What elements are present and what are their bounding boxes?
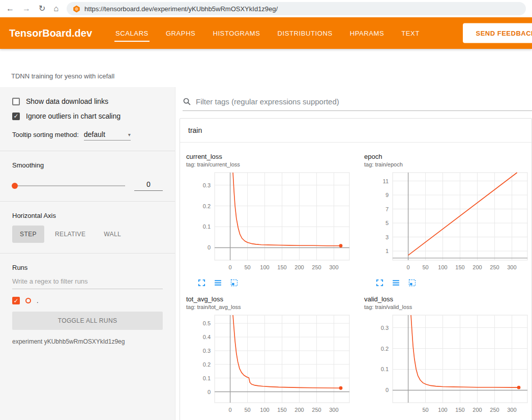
chart-plot[interactable]: 05010015020025030000.10.20.3	[186, 171, 354, 275]
svg-text:250: 250	[490, 264, 499, 270]
svg-text:150: 150	[277, 264, 286, 270]
svg-text:0.4: 0.4	[203, 334, 211, 340]
home-icon[interactable]: ⌂	[53, 5, 58, 13]
svg-text:50: 50	[422, 407, 428, 413]
chart-current-loss: current_loss tag: train/current_loss 050…	[183, 153, 357, 287]
reload-icon[interactable]: ↻	[39, 5, 45, 13]
svg-text:50: 50	[244, 407, 250, 413]
svg-text:100: 100	[260, 407, 269, 413]
tab-scalars[interactable]: SCALARS	[114, 25, 150, 42]
svg-text:5: 5	[386, 220, 389, 226]
tensorboard-favicon	[73, 5, 80, 13]
chart-title: epoch	[364, 153, 532, 160]
expand-icon[interactable]	[375, 278, 384, 287]
axis-wall-button[interactable]: WALL	[96, 226, 129, 243]
back-icon[interactable]: ←	[6, 5, 14, 13]
svg-text:7: 7	[386, 206, 389, 212]
svg-text:0.2: 0.2	[203, 203, 211, 209]
smoothing-row: 0	[12, 180, 163, 191]
show-download-links-checkbox[interactable]: Show data download links	[12, 97, 163, 105]
svg-text:0.3: 0.3	[203, 182, 211, 188]
svg-text:200: 200	[294, 407, 304, 413]
address-bar[interactable]: https://tensorboard.dev/experiment/yKUbh…	[67, 2, 526, 15]
svg-text:1: 1	[386, 248, 389, 254]
svg-text:200: 200	[294, 264, 304, 270]
tab-graphs[interactable]: GRAPHS	[165, 25, 197, 42]
chart-plot[interactable]: 5010015020025030000.10.20.3	[364, 313, 532, 418]
run-checkbox[interactable]: ✓	[12, 297, 20, 304]
tag-group-title[interactable]: train	[180, 119, 531, 143]
forward-icon[interactable]: →	[22, 5, 31, 13]
tab-text[interactable]: TEXT	[400, 25, 421, 42]
chart-plot[interactable]: 0501001502002503001357911	[364, 171, 532, 275]
svg-text:50: 50	[244, 264, 250, 270]
browser-chrome: ← → ↻ ⌂ https://tensorboard.dev/experime…	[0, 0, 532, 17]
svg-text:100: 100	[260, 264, 269, 270]
svg-text:0.1: 0.1	[203, 223, 211, 230]
tooltip-sorting-value: default	[84, 130, 105, 138]
svg-text:0.1: 0.1	[203, 375, 211, 381]
tab-distributions[interactable]: DISTRIBUTIONS	[277, 25, 334, 42]
svg-text:150: 150	[455, 407, 464, 413]
axis-step-button[interactable]: STEP	[12, 226, 44, 243]
filter-placeholder-text: Filter tags (regular expressions support…	[196, 97, 339, 106]
search-icon	[183, 97, 191, 106]
smoothing-slider[interactable]	[12, 185, 125, 186]
chart-tot-avg-loss: tot_avg_loss tag: train/tot_avg_loss 050…	[183, 295, 357, 420]
smoothing-value[interactable]: 0	[134, 180, 163, 191]
experiment-description: TDNN training for yesno with icefall	[11, 72, 114, 80]
axis-relative-button[interactable]: RELATIVE	[47, 226, 93, 243]
svg-text:0.2: 0.2	[203, 361, 211, 368]
checkbox-checked-icon: ✓	[12, 113, 20, 120]
svg-text:300: 300	[329, 407, 338, 413]
svg-text:0: 0	[208, 244, 211, 250]
fit-domain-icon[interactable]	[408, 278, 417, 287]
experiment-description-bar: TDNN training for yesno with icefall	[0, 49, 532, 87]
expand-icon[interactable]	[197, 278, 206, 287]
chart-toolbar	[186, 278, 354, 287]
tooltip-sorting-row: Tooltip sorting method: default ▾	[12, 130, 163, 141]
scalars-main-panel: Filter tags (regular expressions support…	[175, 87, 532, 420]
tooltip-sorting-select[interactable]: default ▾	[84, 130, 131, 141]
svg-text:300: 300	[507, 264, 516, 270]
svg-text:50: 50	[422, 264, 428, 270]
charts-grid: current_loss tag: train/current_loss 050…	[180, 143, 531, 420]
filter-tags-input[interactable]: Filter tags (regular expressions support…	[183, 97, 532, 111]
fit-domain-icon[interactable]	[230, 278, 239, 287]
svg-text:250: 250	[312, 407, 321, 413]
tab-hparams[interactable]: HPARAMS	[349, 25, 386, 42]
svg-text:0: 0	[386, 387, 389, 393]
tab-histograms[interactable]: HISTOGRAMS	[212, 25, 261, 42]
svg-text:0: 0	[208, 389, 211, 395]
svg-text:100: 100	[438, 407, 447, 413]
app-logo[interactable]: TensorBoard.dev	[9, 27, 92, 39]
svg-text:0.3: 0.3	[381, 325, 389, 331]
svg-text:0.5: 0.5	[203, 320, 211, 326]
data-table-icon[interactable]	[392, 278, 400, 287]
url-text: https://tensorboard.dev/experiment/yKUbh…	[84, 5, 278, 13]
runs-label: Runs	[12, 264, 163, 271]
svg-text:0.2: 0.2	[381, 346, 389, 352]
chart-plot[interactable]: 05010015020025030000.10.20.30.40.5	[186, 313, 354, 418]
run-label: .	[37, 297, 39, 304]
svg-text:0.3: 0.3	[203, 348, 211, 354]
toggle-all-runs-button[interactable]: TOGGLE ALL RUNS	[12, 312, 163, 330]
slider-thumb[interactable]	[12, 183, 18, 189]
nav-tabs: SCALARS GRAPHS HISTOGRAMS DISTRIBUTIONS …	[114, 17, 421, 49]
runs-filter-input[interactable]: Write a regex to filter runs	[12, 277, 163, 289]
horizontal-axis-label: Horizontal Axis	[12, 212, 163, 219]
chart-tag: tag: train/valid_loss	[364, 304, 532, 310]
checkbox-label: Ignore outliers in chart scaling	[26, 112, 121, 120]
tag-group-card: train current_loss tag: train/current_lo…	[180, 118, 532, 420]
smoothing-label: Smoothing	[12, 161, 163, 169]
chart-tag: tag: train/tot_avg_loss	[186, 304, 354, 310]
send-feedback-button[interactable]: SEND FEEDBACK	[463, 23, 532, 43]
ignore-outliers-checkbox[interactable]: ✓ Ignore outliers in chart scaling	[12, 112, 163, 120]
svg-text:0: 0	[229, 407, 232, 413]
run-color-swatch[interactable]	[25, 298, 31, 303]
svg-text:200: 200	[472, 407, 482, 413]
svg-text:300: 300	[329, 264, 338, 270]
svg-text:3: 3	[386, 234, 389, 240]
data-table-icon[interactable]	[214, 278, 222, 287]
svg-text:200: 200	[472, 264, 482, 270]
